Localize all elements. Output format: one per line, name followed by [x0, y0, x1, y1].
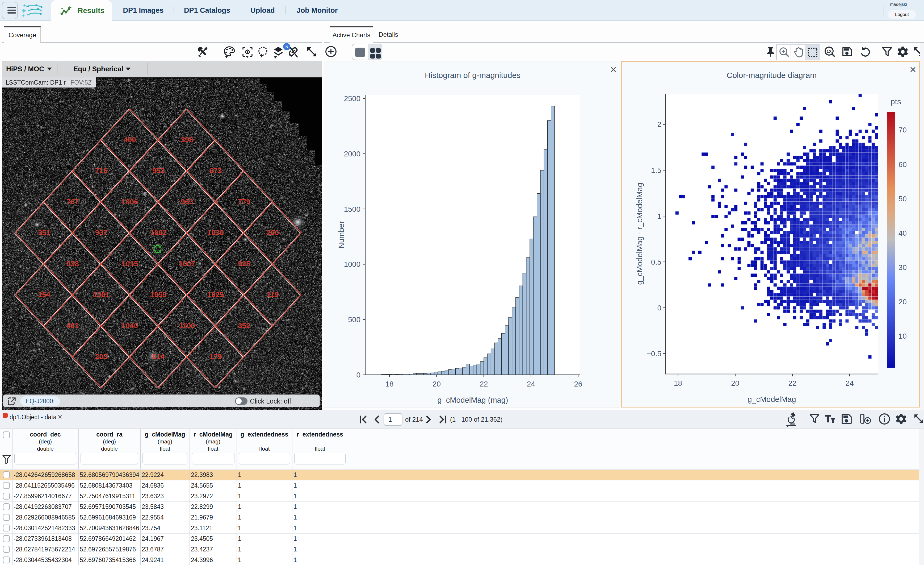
svg-text:24: 24 — [527, 380, 535, 388]
svg-text:1X: 1X — [827, 49, 831, 54]
svg-text:20: 20 — [432, 380, 441, 388]
svg-text:1000: 1000 — [344, 260, 360, 268]
svg-text:0: 0 — [356, 371, 360, 379]
svg-text:22: 22 — [480, 380, 488, 388]
svg-text:1500: 1500 — [344, 205, 360, 213]
svg-text:26: 26 — [574, 380, 582, 388]
svg-text:2500: 2500 — [344, 95, 360, 103]
svg-text:Number: Number — [337, 221, 346, 248]
svg-text:18: 18 — [385, 380, 393, 388]
svg-text:g_cModelMag (mag): g_cModelMag (mag) — [438, 396, 508, 404]
svg-text:500: 500 — [348, 316, 360, 324]
svg-text:2000: 2000 — [344, 150, 360, 158]
